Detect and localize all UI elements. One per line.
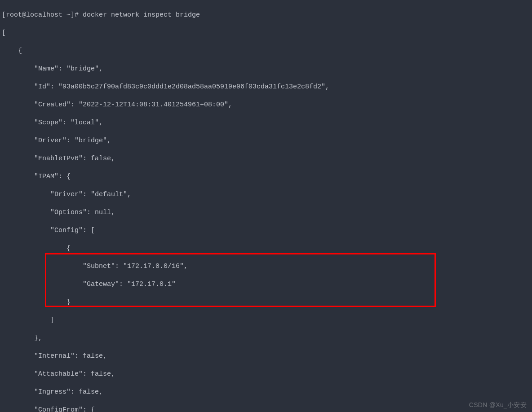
json-ipam-config-open: "Config": [ [2, 226, 532, 235]
json-internal: "Internal": false, [2, 352, 532, 361]
json-line: ] [2, 316, 532, 325]
json-ingress: "Ingress": false, [2, 388, 532, 397]
json-line: }, [2, 334, 532, 343]
json-ipam-subnet: "Subnet": "172.17.0.0/16", [2, 262, 532, 271]
prompt-line: [root@localhost ~]# docker network inspe… [2, 11, 532, 20]
json-line: } [2, 298, 532, 307]
json-line: { [2, 244, 532, 253]
json-ipam-gateway: "Gateway": "172.17.0.1" [2, 280, 532, 289]
json-line: [ [2, 29, 532, 38]
json-attachable: "Attachable": false, [2, 370, 532, 379]
json-configfrom-open: "ConfigFrom": { [2, 406, 532, 412]
json-ipam-options: "Options": null, [2, 208, 532, 217]
json-name: "Name": "bridge", [2, 65, 532, 74]
json-id: "Id": "93a00b5c27f90afd83c9c0ddd1e2d08ad… [2, 83, 532, 92]
json-line: { [2, 47, 532, 56]
json-ipam-driver: "Driver": "default", [2, 190, 532, 199]
watermark: CSDN @Xu_小安安 [469, 400, 527, 409]
json-scope: "Scope": "local", [2, 118, 532, 127]
json-driver: "Driver": "bridge", [2, 136, 532, 145]
json-created: "Created": "2022-12-12T14:08:31.40125496… [2, 101, 532, 110]
json-ipam-open: "IPAM": { [2, 172, 532, 181]
json-enableipv6: "EnableIPv6": false, [2, 154, 532, 163]
terminal-output[interactable]: [root@localhost ~]# docker network inspe… [0, 0, 532, 412]
